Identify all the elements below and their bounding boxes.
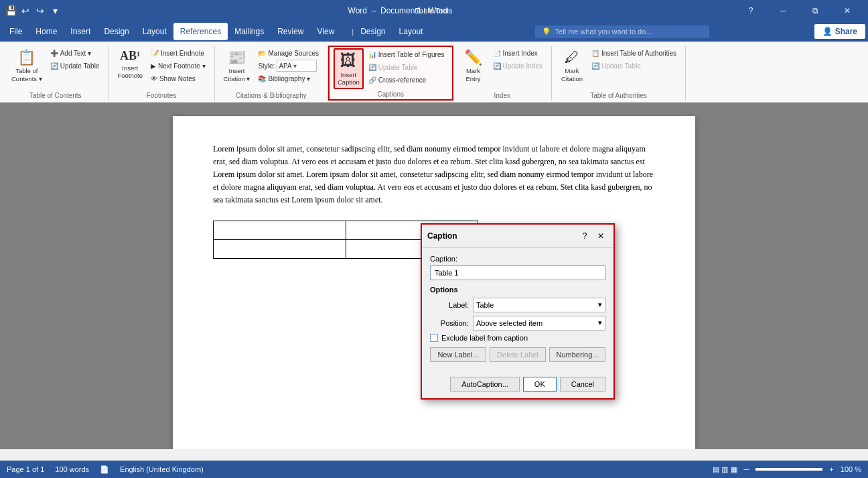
manage-sources-button[interactable]: 📂 Manage Sources (255, 47, 322, 59)
next-footnote-button[interactable]: ▶ Next Footnote ▾ (147, 60, 209, 72)
restore-button[interactable]: ⧉ (800, 0, 830, 21)
numbering-button[interactable]: Numbering... (549, 347, 605, 362)
menu-references[interactable]: References (173, 23, 228, 40)
page-info: Page 1 of 1 (7, 465, 44, 473)
delete-label-button[interactable]: Delete Label (490, 347, 546, 362)
menu-file[interactable]: File (3, 23, 29, 40)
redo-icon[interactable]: ↪ (35, 5, 46, 16)
new-label-button[interactable]: New Label... (430, 347, 486, 362)
style-value: APA (279, 62, 291, 70)
undo-icon[interactable]: ↩ (20, 5, 31, 16)
ribbon: 📋 Table ofContents ▾ ➕ Add Text ▾ 🔄 Upda… (0, 42, 868, 103)
insert-table-authorities-icon: 📋 (591, 50, 599, 57)
style-dropdown-button[interactable]: Style: APA ▾ (255, 60, 322, 72)
update-table-toc-label: Update Table (60, 62, 100, 70)
next-footnote-icon: ▶ (151, 62, 156, 70)
group-captions: 🖼 InsertCaption 📊 Insert Table of Figure… (328, 46, 453, 101)
label-value: Table (476, 301, 494, 309)
position-select[interactable]: Above selected item ▾ (473, 316, 605, 331)
insert-table-figures-button[interactable]: 📊 Insert Table of Figures (365, 48, 448, 60)
exclude-label-text: Exclude label from caption (441, 334, 528, 342)
share-button[interactable]: 👤 Share (814, 24, 865, 39)
close-button[interactable]: ✕ (832, 0, 863, 21)
document-area: Lorem ipsum dolor sit amet, consetetur s… (0, 103, 868, 449)
menu-layout[interactable]: Layout (136, 23, 173, 40)
update-table-toc-button[interactable]: 🔄 Update Table (47, 60, 103, 72)
insert-citation-icon: 📰 (228, 49, 246, 66)
update-table-captions-button[interactable]: 🔄 Update Table (365, 61, 448, 73)
insert-index-label: Insert Index (503, 50, 538, 57)
mark-citation-button[interactable]: 🖊 MarkCitation (557, 47, 587, 84)
title-bar: 💾 ↩ ↪ ▾ Word – Document1 - Word Table To… (0, 0, 868, 21)
insert-endnote-button[interactable]: 📝 Insert Endnote (147, 47, 209, 59)
menu-layout-table[interactable]: Layout (392, 23, 430, 40)
minimize-button[interactable]: ─ (768, 0, 798, 21)
dialog-title-buttons[interactable]: ? ✕ (577, 229, 608, 243)
exclude-label-checkbox[interactable] (430, 334, 438, 342)
dialog-content: Caption: Options Label: Table ▾ Pos (422, 248, 613, 373)
search-area: 💡 Tell me what you want to do... (430, 25, 814, 38)
captions-stack: 📊 Insert Table of Figures 🔄 Update Table… (365, 48, 448, 86)
exclude-label-row: Exclude label from caption (430, 334, 605, 342)
update-index-button[interactable]: 🔄 Update Index (490, 60, 547, 72)
next-footnote-label: Next Footnote ▾ (158, 62, 206, 70)
insert-table-authorities-button[interactable]: 📋 Insert Table of Authorities (588, 47, 680, 59)
table-of-contents-button[interactable]: 📋 Table ofContents ▾ (8, 47, 46, 84)
cross-reference-button[interactable]: 🔗 Cross-reference (365, 74, 448, 86)
update-table-toc-icon: 🔄 (50, 62, 58, 70)
insert-index-icon: 📑 (493, 50, 501, 57)
insert-footnote-label: InsertFootnote (117, 64, 143, 80)
menu-view[interactable]: View (311, 23, 342, 40)
insert-table-authorities-label: Insert Table of Authorities (601, 50, 676, 57)
zoom-slider[interactable] (755, 468, 822, 471)
add-text-button[interactable]: ➕ Add Text ▾ (47, 47, 103, 59)
document-title: Word – Document1 - Word (60, 6, 735, 15)
save-icon[interactable]: 💾 (5, 5, 16, 16)
add-text-icon: ➕ (50, 50, 58, 57)
update-table-captions-label: Update Table (378, 64, 418, 71)
style-chevron: ▾ (293, 62, 297, 70)
insert-caption-label: InsertCaption (338, 71, 360, 86)
zoom-out-button[interactable]: ─ (744, 465, 749, 473)
view-icons[interactable]: ▤ ▥ ▦ (713, 465, 737, 474)
autocaption-button[interactable]: AutoCaption... (450, 377, 520, 392)
insert-citation-button[interactable]: 📰 InsertCitation ▾ (220, 47, 254, 84)
update-table-authorities-button[interactable]: 🔄 Update Table (588, 60, 680, 72)
menu-mailings[interactable]: Mailings (228, 23, 271, 40)
zoom-in-button[interactable]: + (829, 465, 833, 473)
insert-footnote-button[interactable]: AB¹ InsertFootnote (114, 47, 146, 81)
label-row: Label: Table ▾ (430, 298, 605, 312)
label-select[interactable]: Table ▾ (473, 298, 605, 312)
customize-icon[interactable]: ▾ (50, 5, 60, 16)
update-table-captions-icon: 🔄 (368, 64, 376, 71)
bibliography-button[interactable]: 📚 Bibliography ▾ (255, 72, 322, 84)
insert-index-button[interactable]: 📑 Insert Index (490, 47, 547, 59)
mark-entry-button[interactable]: ✏️ MarkEntry (459, 47, 488, 84)
window-controls[interactable]: ? ─ ⧉ ✕ (735, 0, 863, 21)
update-table-authorities-icon: 🔄 (591, 62, 599, 70)
table-of-contents-icon: 📋 (17, 49, 35, 66)
style-label-text: Style: (258, 62, 275, 70)
ok-button[interactable]: OK (523, 377, 557, 392)
dialog-help-button[interactable]: ? (577, 229, 592, 243)
group-citations-label: Citations & Bibliography (220, 92, 322, 99)
menu-design[interactable]: Design (97, 23, 135, 40)
show-notes-button[interactable]: 👁 Show Notes (147, 72, 209, 84)
position-chevron-icon: ▾ (598, 318, 602, 327)
menu-insert[interactable]: Insert (64, 23, 97, 40)
group-footnotes: AB¹ InsertFootnote 📝 Insert Endnote ▶ Ne… (108, 46, 214, 101)
dialog-close-button[interactable]: ✕ (593, 229, 608, 243)
menu-home[interactable]: Home (29, 23, 64, 40)
insert-caption-icon: 🖼 (340, 51, 356, 70)
menu-review[interactable]: Review (271, 23, 310, 40)
caption-input[interactable] (430, 265, 605, 280)
manage-sources-label: Manage Sources (268, 50, 319, 57)
insert-caption-button[interactable]: 🖼 InsertCaption (334, 48, 364, 89)
quick-access-toolbar[interactable]: 💾 ↩ ↪ ▾ (5, 5, 60, 16)
status-bar: Page 1 of 1 100 words 📄 English (United … (0, 461, 868, 478)
search-box[interactable]: 💡 Tell me what you want to do... (535, 25, 709, 38)
help-icon[interactable]: ? (735, 0, 766, 21)
cancel-button[interactable]: Cancel (560, 377, 605, 392)
style-select[interactable]: APA ▾ (277, 60, 317, 72)
menu-design-table[interactable]: Design (354, 23, 392, 40)
